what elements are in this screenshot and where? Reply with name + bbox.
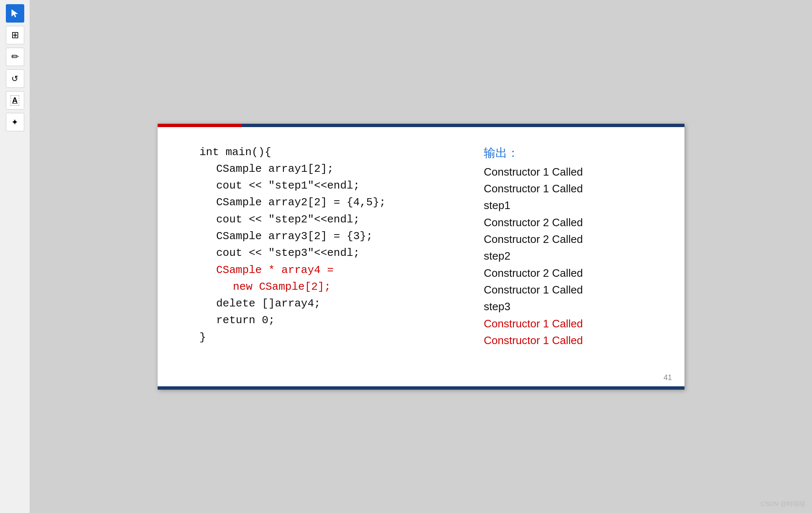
output-line-2: Constructor 1 Called xyxy=(484,180,659,197)
code-line-5: cout << "step2"<<endl; xyxy=(199,211,459,228)
output-line-10: Constructor 1 Called xyxy=(484,315,659,332)
eraser-icon: ↺ xyxy=(11,74,18,84)
slide-body: int main(){ CSample array1[2]; cout << "… xyxy=(158,127,684,386)
toolbar: ⊞ ✏ ↺ A ✦ xyxy=(0,0,30,513)
output-section: 输出： Constructor 1 Called Constructor 1 C… xyxy=(484,144,659,374)
eraser-tool-button[interactable]: ↺ xyxy=(6,69,24,88)
output-line-8: Constructor 1 Called xyxy=(484,281,659,298)
output-line-5: Constructor 2 Called xyxy=(484,231,659,248)
output-line-3: step1 xyxy=(484,197,659,214)
pen-tool-button[interactable]: ✏ xyxy=(6,48,24,66)
slide-bottom-bar xyxy=(158,386,684,390)
code-section: int main(){ CSample array1[2]; cout << "… xyxy=(199,144,459,374)
output-line-9: step3 xyxy=(484,298,659,315)
output-title: 输出： xyxy=(484,144,659,162)
output-line-7: Constructor 2 Called xyxy=(484,265,659,281)
text-icon: A xyxy=(10,95,19,106)
output-line-11: Constructor 1 Called xyxy=(484,332,659,349)
code-line-2: CSample array1[2]; xyxy=(199,161,459,177)
output-line-6: step2 xyxy=(484,248,659,264)
code-line-3: cout << "step1"<<endl; xyxy=(199,177,459,194)
code-line-11: } xyxy=(199,329,459,346)
output-line-4: Constructor 2 Called xyxy=(484,214,659,231)
main-content: int main(){ CSample array1[2]; cout << "… xyxy=(30,0,812,513)
code-line-10: return 0; xyxy=(199,312,459,329)
svg-marker-0 xyxy=(12,10,18,17)
code-line-9: delete []array4; xyxy=(199,295,459,312)
code-line-1: int main(){ xyxy=(199,144,459,161)
pen-icon: ✏ xyxy=(11,51,19,62)
cursor-tool-button[interactable] xyxy=(6,4,24,23)
code-line-8a: CSample * array4 = xyxy=(199,262,459,278)
code-line-4: CSample array2[2] = {4,5}; xyxy=(199,194,459,211)
watermark: CSDN @时哒哒 xyxy=(761,500,805,508)
highlight-icon: ✦ xyxy=(11,117,18,127)
code-line-8b: new CSample[2]; xyxy=(199,278,459,295)
page-number: 41 xyxy=(664,373,672,382)
add-tool-button[interactable]: ⊞ xyxy=(6,26,24,44)
add-icon: ⊞ xyxy=(11,30,19,41)
slide: int main(){ CSample array1[2]; cout << "… xyxy=(158,124,684,390)
output-line-1: Constructor 1 Called xyxy=(484,163,659,180)
code-line-7: cout << "step3"<<endl; xyxy=(199,245,459,261)
slide-top-bar xyxy=(158,124,684,127)
text-tool-button[interactable]: A xyxy=(6,91,24,110)
highlight-tool-button[interactable]: ✦ xyxy=(6,113,24,131)
code-line-6: CSample array3[2] = {3}; xyxy=(199,228,459,245)
